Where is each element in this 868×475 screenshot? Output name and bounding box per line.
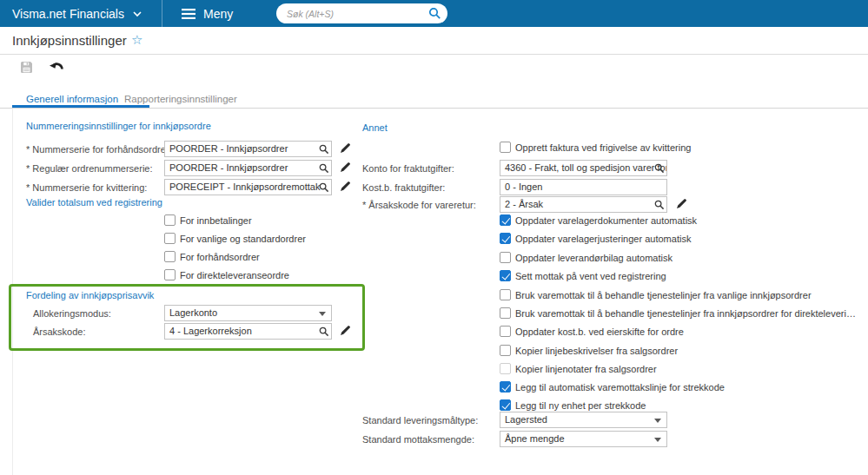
section-header-annet: Annet [362, 122, 388, 134]
hamburger-icon [182, 9, 195, 19]
lookup-icon[interactable] [654, 163, 665, 174]
save-button[interactable] [21, 62, 32, 73]
section-header-numbering: Nummereringsinnstillinger for innkjøpsor… [26, 121, 211, 132]
checkbox-label: Oppdater kost.b. ved eierskifte for ordr… [515, 326, 684, 338]
title-bar: Innkjøpsinnstillinger ☆ [0, 27, 868, 54]
checkbox-label: Legg til automatisk varemottakslinje for… [515, 381, 725, 393]
field-value: 0 - Ingen [505, 181, 542, 192]
field-nummerserie-forhandsordre[interactable]: POORDER - Innkjøpsordrer [164, 141, 332, 157]
search-box [276, 3, 447, 23]
dropdown-caret-icon[interactable] [654, 438, 661, 442]
checkbox-opprett-faktura[interactable] [500, 142, 511, 153]
checkbox-label: For direkteleveranseordre [180, 269, 289, 281]
field-label: Allokeringsmodus: [33, 308, 111, 320]
field-arsakskode[interactable]: 4 - Lagerkorreksjon [164, 323, 332, 340]
top-bar: Visma.net Financials Meny [0, 0, 868, 27]
checkbox-label: Opprett faktura ved frigivelse av kvitte… [515, 142, 691, 154]
field-value: 2 - Årsak [505, 199, 543, 209]
checkbox-label: For innbetalinger [180, 214, 252, 227]
section-header-validate: Valider totalsum ved registrering [26, 197, 162, 208]
field-regulaer-ordrenummerserie[interactable]: POORDER - Innkjøpsordrer [164, 160, 332, 176]
field-label: Årsakskode: [33, 327, 86, 338]
page-title: Innkjøpsinnstillinger [12, 33, 127, 48]
dropdown-caret-icon[interactable] [319, 312, 326, 316]
checkbox-label: Oppdater varelagerdokumenter automatisk [515, 214, 697, 227]
checkbox-varemottak-vanlige-ordrer[interactable] [500, 289, 511, 300]
tab-generell-informasjon[interactable]: Generell informasjon [26, 94, 118, 104]
field-value: Åpne mengde [505, 433, 565, 444]
checkbox-for-direkteleveranseordre[interactable] [164, 269, 176, 280]
undo-icon [50, 61, 65, 72]
field-value: PORECEIPT - Innkjøpsordremottak [169, 181, 320, 192]
checkbox-oppdater-varelagerjusteringer[interactable] [500, 233, 511, 244]
field-value: POORDER - Innkjøpsordrer [169, 143, 288, 154]
field-label: * Nummerserie for forhåndsordre: [26, 144, 169, 155]
menu-label: Meny [203, 7, 233, 21]
section-header-allocation: Fordeling av innkjøpsprisavvik [26, 290, 154, 301]
field-nummerserie-kvittering[interactable]: PORECEIPT - Innkjøpsordremottak [164, 179, 332, 195]
field-label: * Nummerserie for kvittering: [26, 182, 147, 194]
checkbox-label: Bruk varemottak til å behandle tjenestel… [515, 307, 856, 320]
lookup-icon[interactable] [319, 182, 329, 193]
field-arsakskode-vareretur[interactable]: 2 - Årsak [500, 196, 667, 213]
checkbox-label: Kopier linjebeskrivelser fra salgsordrer [515, 345, 678, 357]
checkbox-label: Oppdater leverandørbilag automatisk [515, 252, 673, 264]
checkbox-label: For forhåndsordrer [180, 251, 260, 263]
lookup-icon[interactable] [654, 200, 665, 210]
dropdown-caret-icon[interactable] [654, 419, 661, 423]
checkbox-legg-til-varemottakslinje[interactable] [500, 381, 511, 393]
pencil-icon[interactable] [676, 198, 687, 209]
undo-button[interactable] [50, 61, 65, 72]
toolbar [0, 55, 868, 87]
tab-strip: Generell informasjon Rapporteringsinnsti… [0, 87, 868, 109]
pencil-icon[interactable] [340, 142, 351, 154]
pencil-icon[interactable] [340, 181, 351, 192]
field-value: 4 - Lagerkorreksjon [169, 326, 252, 336]
pencil-icon[interactable] [340, 162, 351, 173]
checkbox-kopier-linjenotater [500, 363, 511, 374]
field-value: Lagerkonto [169, 307, 217, 318]
checkbox-label: Oppdater varelagerjusteringer automatisk [515, 233, 691, 245]
checkbox-varemottak-direktelevering[interactable] [500, 307, 511, 319]
checkbox-for-innbetalinger[interactable] [164, 214, 176, 226]
visma-purchase-settings-page: Visma.net Financials Meny Innkjøpsinnsti… [0, 0, 868, 475]
tab-rapporteringsinnstillinger[interactable]: Rapporteringsinnstillinger [124, 94, 237, 104]
search-input[interactable] [287, 3, 426, 23]
field-label: Kost.b. fraktutgifter: [362, 182, 445, 194]
field-value: POORDER - Innkjøpsordrer [169, 162, 288, 173]
field-value: Lagersted [505, 414, 547, 425]
checkbox-legg-til-ny-enhet[interactable] [500, 399, 511, 411]
search-icon[interactable] [428, 7, 441, 20]
checkbox-label: Bruk varemottak til å behandle tjenestel… [515, 289, 812, 301]
field-label: Standard leveringsmåltype: [362, 415, 478, 426]
star-icon[interactable]: ☆ [131, 32, 142, 47]
field-allokeringsmodus[interactable]: Lagerkonto [164, 305, 332, 321]
field-leveringsmaltype[interactable]: Lagersted [500, 412, 667, 428]
field-mottaksmengde[interactable]: Åpne mengde [500, 431, 667, 447]
checkbox-sett-mottak-pa-vent[interactable] [500, 270, 511, 281]
menu-button[interactable]: Meny [171, 0, 243, 27]
field-label: Standard mottaksmengde: [362, 434, 474, 445]
lookup-icon[interactable] [319, 327, 329, 337]
brand-menu-button[interactable]: Visma.net Financials [0, 0, 162, 27]
checkbox-kopier-linjebeskrivelser[interactable] [500, 345, 511, 356]
active-tab-underline [12, 105, 149, 108]
checkbox-label: Legg til ny enhet per strekkode [515, 399, 646, 412]
checkbox-oppdater-kostb-eierskifte[interactable] [500, 326, 511, 337]
chevron-down-icon [133, 11, 142, 17]
lookup-icon[interactable] [319, 163, 329, 174]
checkbox-for-vanlige-standardordrer[interactable] [164, 233, 176, 244]
checkbox-oppdater-leverandorbilag[interactable] [500, 252, 511, 263]
field-label: * Årsakskode for vareretur: [362, 200, 476, 211]
field-label: * Regulær ordrenummerserie: [26, 163, 153, 175]
checkbox-for-forhandsordrer[interactable] [164, 251, 176, 262]
checkbox-label: For vanlige og standardordrer [180, 233, 306, 245]
save-icon [21, 62, 32, 73]
field-kostb-fraktutgifter[interactable]: 0 - Ingen [500, 179, 667, 195]
field-konto-fraktutgifter[interactable]: 4360 - Frakt, toll og spedisjon varer fo… [500, 160, 667, 176]
pencil-icon[interactable] [340, 325, 351, 336]
field-label: Konto for fraktutgifter: [362, 163, 454, 175]
checkbox-oppdater-varelagerdokumenter[interactable] [500, 214, 511, 226]
lookup-icon[interactable] [319, 144, 329, 155]
brand-label: Visma.net Financials [12, 7, 124, 21]
